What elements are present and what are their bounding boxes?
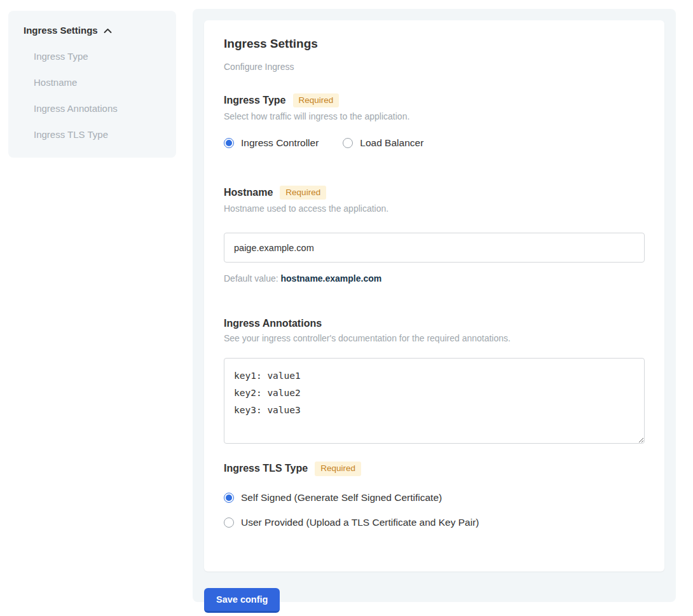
field-ingress-type: Ingress Type Required Select how traffic… [224, 93, 645, 149]
radio-option-load-balancer[interactable]: Load Balancer [343, 137, 423, 149]
save-config-button[interactable]: Save config [204, 588, 280, 613]
radio-unselected-icon [224, 517, 234, 528]
default-label: Default value: [224, 273, 281, 284]
page-subtitle: Configure Ingress [224, 62, 645, 72]
radio-label: Load Balancer [360, 137, 423, 149]
ingress-annotations-textarea[interactable]: key1: value1 key2: value2 key3: value3 [224, 358, 645, 444]
chevron-up-icon [104, 25, 112, 36]
field-help-ingress-type: Select how traffic will ingress to the a… [224, 111, 645, 121]
config-card: Ingress Settings Configure Ingress Ingre… [204, 20, 664, 572]
field-label-ingress-tls-type: Ingress TLS Type [224, 463, 308, 474]
required-badge: Required [315, 462, 361, 476]
radio-option-self-signed[interactable]: Self Signed (Generate Self Signed Certif… [224, 492, 645, 503]
sidebar-group-label: Ingress Settings [24, 25, 98, 36]
field-hostname: Hostname Required Hostname used to acces… [224, 186, 645, 284]
field-label-ingress-annotations: Ingress Annotations [224, 318, 322, 329]
sidebar-item-ingress-type[interactable]: Ingress Type [34, 51, 161, 62]
field-help-hostname: Hostname used to access the application. [224, 203, 645, 214]
radio-option-ingress-controller[interactable]: Ingress Controller [224, 137, 319, 149]
radio-selected-icon [224, 493, 234, 503]
radio-unselected-icon [343, 138, 353, 148]
sidebar-group-ingress-settings[interactable]: Ingress Settings [24, 25, 161, 36]
field-ingress-annotations: Ingress Annotations See your ingress con… [224, 318, 645, 444]
field-ingress-tls-type: Ingress TLS Type Required Self Signed (G… [224, 462, 645, 528]
radio-label: Self Signed (Generate Self Signed Certif… [241, 492, 442, 503]
default-value: hostname.example.com [281, 273, 382, 284]
page-title: Ingress Settings [224, 37, 645, 51]
hostname-input[interactable] [224, 233, 645, 263]
sidebar-item-ingress-tls-type[interactable]: Ingress TLS Type [34, 129, 161, 140]
config-panel: Ingress Settings Configure Ingress Ingre… [193, 9, 676, 602]
field-label-ingress-type: Ingress Type [224, 95, 286, 106]
radio-selected-icon [224, 138, 234, 148]
required-badge: Required [293, 93, 340, 107]
field-help-ingress-annotations: See your ingress controller's documentat… [224, 333, 645, 343]
sidebar-item-hostname[interactable]: Hostname [34, 77, 161, 88]
radio-label: Ingress Controller [241, 137, 319, 149]
required-badge: Required [280, 186, 326, 200]
sidebar-item-ingress-annotations[interactable]: Ingress Annotations [34, 103, 161, 114]
field-label-hostname: Hostname [224, 187, 273, 198]
hostname-default-line: Default value: hostname.example.com [224, 273, 645, 284]
radio-label: User Provided (Upload a TLS Certificate … [241, 517, 479, 528]
config-nav-sidebar: Ingress Settings Ingress Type Hostname I… [8, 11, 176, 158]
radio-option-user-provided[interactable]: User Provided (Upload a TLS Certificate … [224, 517, 645, 528]
